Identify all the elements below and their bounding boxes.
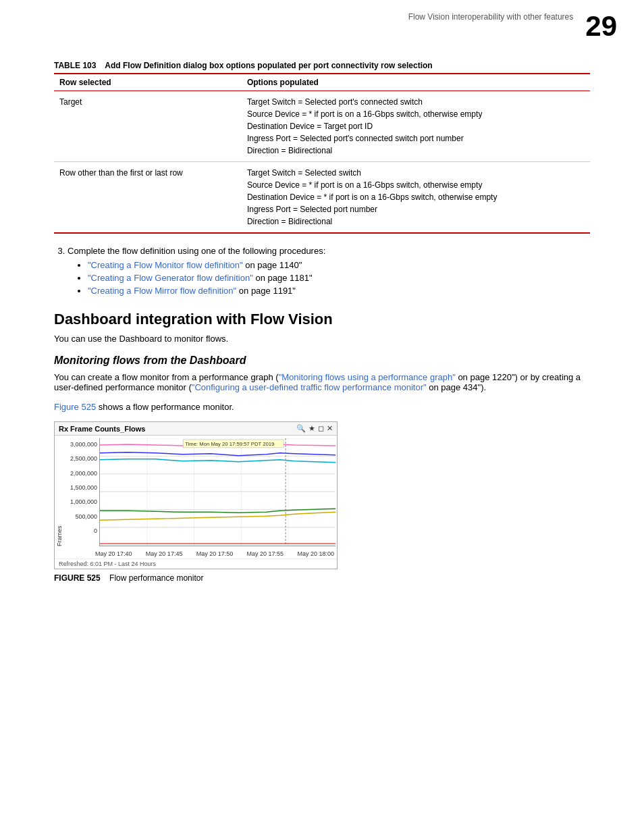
chart-footer: Refreshed: 6:01 PM - Last 24 Hours <box>55 558 337 569</box>
table-description: Add Flow Definition dialog box options p… <box>105 61 432 70</box>
window-icon[interactable]: ◻ <box>318 424 324 433</box>
content-area: TABLE 103 Add Flow Definition dialog box… <box>0 47 644 610</box>
data-table: Row selected Options populated Target Ta… <box>54 73 590 234</box>
header-title: Flow Vision interoperability with other … <box>408 12 574 22</box>
link-flow-generator[interactable]: "Creating a Flow Generator flow definiti… <box>88 273 253 283</box>
x-label: May 20 17:45 <box>146 550 183 557</box>
list-item: "Creating a Flow Mirror flow definition"… <box>88 286 590 296</box>
list-item: "Creating a Flow Generator flow definiti… <box>88 273 590 283</box>
col-header-row: Row selected <box>54 74 242 91</box>
chart-widget: Rx Frame Counts_Flows 🔍 ★ ◻ ✕ Frames 3,0… <box>54 421 338 569</box>
chart-y-axis: 3,000,000 2,500,000 2,000,000 1,500,000 … <box>64 438 99 546</box>
page-header: Flow Vision interoperability with other … <box>0 0 644 47</box>
chart-plot-area: Time: Mon May 20 17:59:57 PDT 2019 <box>99 438 336 546</box>
link-flow-monitor[interactable]: "Creating a Flow Monitor flow definition… <box>88 260 243 270</box>
table-row: Row other than the first or last row Tar… <box>54 162 590 234</box>
y-tick: 3,000,000 <box>70 441 97 448</box>
table-cell-options2: Target Switch = Selected switch Source D… <box>242 162 590 234</box>
list-item: "Creating a Flow Monitor flow definition… <box>88 260 590 270</box>
star-icon[interactable]: ★ <box>308 424 315 433</box>
table-cell-options1: Target Switch = Selected port's connecte… <box>242 91 590 162</box>
figure-ref-suffix: shows a flow performance monitor. <box>96 402 234 412</box>
section-intro: You can use the Dashboard to monitor flo… <box>54 334 590 344</box>
y-tick: 2,500,000 <box>70 455 97 462</box>
link-monitoring-flows[interactable]: "Monitoring flows using a performance gr… <box>279 372 456 382</box>
link-flow-mirror[interactable]: "Creating a Flow Mirror flow definition" <box>88 286 236 296</box>
para1-prefix: You can create a flow monitor from a per… <box>54 372 279 382</box>
figure-caption-text: Flow performance monitor <box>109 573 203 583</box>
page-number: 29 <box>585 12 617 41</box>
table-row: Target Target Switch = Selected port's c… <box>54 91 590 162</box>
x-label: May 20 17:55 <box>247 550 284 557</box>
col-header-options: Options populated <box>242 74 590 91</box>
svg-text:Time: Mon May 20 17:59:57 PDT : Time: Mon May 20 17:59:57 PDT 2019 <box>185 441 274 447</box>
y-tick: 500,000 <box>75 513 97 520</box>
step-3: Complete the flow definition using one o… <box>68 246 590 296</box>
chart-svg: Time: Mon May 20 17:59:57 PDT 2019 <box>100 438 336 546</box>
numbered-list: Complete the flow definition using one o… <box>68 246 590 296</box>
table-cell-row1: Target <box>54 91 242 162</box>
x-label: May 20 17:40 <box>95 550 132 557</box>
chart-icons: 🔍 ★ ◻ ✕ <box>296 424 333 433</box>
chart-title: Rx Frame Counts_Flows <box>59 425 145 433</box>
chart-header: Rx Frame Counts_Flows 🔍 ★ ◻ ✕ <box>55 422 337 436</box>
table-label: TABLE 103 Add Flow Definition dialog box… <box>54 61 590 70</box>
dashboard-para1: You can create a flow monitor from a per… <box>54 372 590 392</box>
table-cell-row2: Row other than the first or last row <box>54 162 242 234</box>
close-icon[interactable]: ✕ <box>327 424 333 433</box>
page-container: Flow Vision interoperability with other … <box>0 0 644 834</box>
x-label: May 20 18:00 <box>297 550 334 557</box>
para1-suffix: on page 434"). <box>427 382 486 392</box>
italic-subheading: Monitoring flows from the Dashboard <box>54 355 590 367</box>
y-tick: 1,500,000 <box>70 484 97 491</box>
section-heading: Dashboard integration with Flow Vision <box>54 311 590 328</box>
figure-label: FIGURE 525 <box>54 573 101 583</box>
x-label: May 20 17:50 <box>196 550 234 557</box>
table-number: TABLE 103 <box>54 61 96 70</box>
link-configuring-monitor[interactable]: "Configuring a user-defined traffic flow… <box>192 382 427 392</box>
figure-caption: FIGURE 525 Flow performance monitor <box>54 573 590 583</box>
y-tick: 0 <box>94 527 97 534</box>
y-tick: 1,000,000 <box>70 498 97 505</box>
chart-body: Frames 3,000,000 2,500,000 2,000,000 1,5… <box>55 436 337 549</box>
figure-525-link[interactable]: Figure 525 <box>54 402 96 412</box>
figure-ref-text: Figure 525 shows a flow performance moni… <box>54 402 590 412</box>
chart-x-labels: May 20 17:40 May 20 17:45 May 20 17:50 M… <box>55 549 337 558</box>
y-tick: 2,000,000 <box>70 470 97 477</box>
search-icon[interactable]: 🔍 <box>296 424 306 433</box>
chart-y-label: Frames <box>55 438 64 546</box>
step3-text: Complete the flow definition using one o… <box>68 246 325 256</box>
bullet-list: "Creating a Flow Monitor flow definition… <box>88 260 590 296</box>
